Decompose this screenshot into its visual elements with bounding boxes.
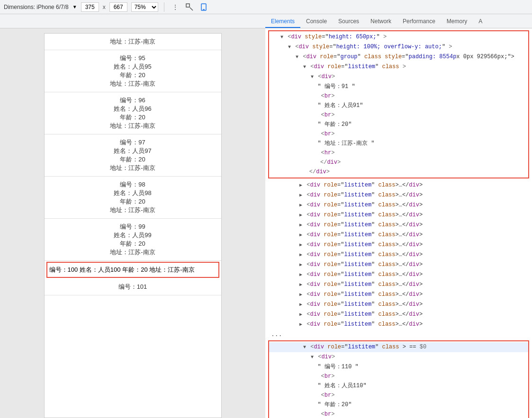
collapsed-items-container: ▶ <div role="listitem" class>…</div>▶ <d… [265,180,532,329]
html-line-br-b2[interactable]: <br> [269,391,528,400]
tab-performance[interactable]: Performance [397,16,441,28]
collapsed-listitem-5[interactable]: ▶ <div role="listitem" class>…</div> [265,230,532,240]
list-item-99: 编号：99 姓名：人员99 年龄：20 地址：江苏-南京 [45,219,221,261]
collapsed-listitem-12[interactable]: ▶ <div role="listitem" class>…</div> [265,300,532,310]
item-95-name: 姓名：人员95 [45,62,221,71]
devtools-elements-panel[interactable]: ▼ <div style="height: 650px;" > ▼ <div s… [265,28,532,418]
collapsed-listitem-4[interactable]: ▶ <div role="listitem" class>…</div> [265,220,532,230]
collapsed-listitem-14[interactable]: ▶ <div role="listitem" class>…</div> [265,320,532,329]
html-line-height-div[interactable]: ▼ <div style="height: 650px;" > [269,32,528,42]
devtools-tabs: Elements Console Sources Network Perform… [0,14,532,28]
tab-memory[interactable]: Memory [441,16,473,28]
html-line-inner-div[interactable]: ▼ <div> [269,72,528,82]
item-98-id: 编号：98 [45,180,221,189]
item-99-name: 姓名：人员99 [45,231,221,240]
item-98-address: 地址：江苏-南京 [45,206,221,214]
ellipsis-line[interactable]: ... [265,329,532,338]
html-line-text-91-addr: " 地址：江苏-南京 " [269,139,528,148]
list-item-95: 编号：95 姓名：人员95 年龄：20 地址：江苏-南京 [45,50,221,92]
html-line-br-b3[interactable]: <br> [269,409,528,418]
item-95-id: 编号：95 [45,54,221,62]
collapsed-listitem-3[interactable]: ▶ <div role="listitem" class>…</div> [265,210,532,220]
html-line-text-110-name: " 姓名：人员110" [269,381,528,391]
collapsed-listitem-11[interactable]: ▶ <div role="listitem" class>…</div> [265,290,532,300]
collapsed-listitem-9[interactable]: ▶ <div role="listitem" class>…</div> [265,270,532,280]
svg-line-1 [190,8,193,10]
tab-elements[interactable]: Elements [265,16,300,28]
address-header-text: 地址：江苏-南京 [110,38,155,45]
item-98-age: 年龄：20 [45,197,221,206]
item-95-address: 地址：江苏-南京 [45,80,221,88]
html-line-selected-listitem[interactable]: ▼ <div role="listitem" class > == $0 [269,342,528,352]
tab-console[interactable]: Console [300,16,333,28]
svg-rect-0 [186,4,189,7]
html-line-br-b1[interactable]: <br> [269,372,528,381]
width-input[interactable] [81,2,99,12]
more-options-button[interactable]: ⋮ [170,2,180,12]
collapsed-listitem-7[interactable]: ▶ <div role="listitem" class>…</div> [265,250,532,260]
device-toggle-button[interactable] [198,2,209,12]
item-97-name: 姓名：人员97 [45,147,221,155]
list-item-100-highlighted: 编号：100 姓名：人员100 年龄：20 地址：江苏-南京 [46,262,219,278]
item-97-age: 年龄：20 [45,155,221,164]
item-100-name: 姓名：人员100 [80,266,121,273]
html-line-text-110-id: " 编号：110 " [269,362,528,372]
item-99-age: 年龄：20 [45,240,221,248]
html-line-br-3[interactable]: <br> [269,129,528,139]
item-101-id: 编号：101 [45,283,221,291]
list-item-98: 编号：98 姓名：人员98 年龄：20 地址：江苏-南京 [45,177,221,219]
html-line-hr[interactable]: <hr> [269,148,528,158]
dollar-sign: $0 [420,344,426,350]
triangle-icon: ▼ [288,44,291,50]
item-97-id: 编号：97 [45,138,221,147]
item-99-address: 地址：江苏-南京 [45,248,221,257]
item-95-age: 年龄：20 [45,71,221,80]
toolbar-separator-1 [164,2,164,12]
main-content: 地址：江苏-南京 编号：95 姓名：人员95 年龄：20 地址：江苏-南京 编号… [0,28,532,418]
collapsed-listitem-6[interactable]: ▶ <div role="listitem" class>…</div> [265,240,532,250]
highlight-block-top: ▼ <div style="height: 650px;" > ▼ <div s… [268,30,529,178]
html-line-overflow-div[interactable]: ▼ <div style="height: 100%; overflow-y: … [269,42,528,52]
item-99-id: 编号：99 [45,222,221,231]
html-line-listitem-91[interactable]: ▼ <div role="listitem" class > [269,62,528,72]
item-96-address: 地址：江苏-南京 [45,122,221,130]
item-96-id: 编号：96 [45,96,221,105]
html-line-br-2[interactable]: <br> [269,110,528,120]
mobile-frame[interactable]: 地址：江苏-南京 编号：95 姓名：人员95 年龄：20 地址：江苏-南京 编号… [44,33,222,418]
collapsed-listitem-2[interactable]: ▶ <div role="listitem" class>…</div> [265,200,532,210]
item-100-address: 地址：江苏-南京 [149,266,194,273]
collapsed-listitem-10[interactable]: ▶ <div role="listitem" class>…</div> [265,280,532,290]
collapsed-listitem-1[interactable]: ▶ <div role="listitem" class>…</div> [265,190,532,200]
html-line-close-inner: </div> [269,158,528,167]
tab-sources[interactable]: Sources [333,16,365,28]
mobile-preview: 地址：江苏-南京 编号：95 姓名：人员95 年龄：20 地址：江苏-南京 编号… [0,28,265,418]
triangle-icon: ▼ [303,345,306,350]
address-header: 地址：江苏-南京 [45,34,221,50]
html-line-group-div[interactable]: ▼ <div role="group" class style="padding… [269,52,528,62]
collapsed-listitem-13[interactable]: ▶ <div role="listitem" class>…</div> [265,310,532,320]
collapsed-listitem-8[interactable]: ▶ <div role="listitem" class>…</div> [265,260,532,270]
html-line-bottom-inner-div[interactable]: ▼ <div> [269,352,528,362]
inspect-button[interactable] [184,2,195,12]
tab-application[interactable]: A [473,16,488,28]
item-98-name: 姓名：人员98 [45,189,221,197]
zoom-select[interactable]: 75% 50% 100% 125% 150% [131,2,158,12]
height-input[interactable] [109,2,127,12]
top-toolbar: Dimensions: iPhone 6/7/8 ▼ x 75% 50% 100… [0,0,532,14]
highlight-block-bottom: ▼ <div role="listitem" class > == $0 ▼ <… [268,340,529,418]
dimensions-label: Dimensions: iPhone 6/7/8 [4,4,69,10]
item-96-name: 姓名：人员96 [45,105,221,113]
collapsed-listitem-0[interactable]: ▶ <div role="listitem" class>…</div> [265,180,532,190]
item-96-age: 年龄：20 [45,113,221,122]
triangle-icon: ▼ [311,74,314,80]
triangle-icon: ▼ [303,64,306,70]
item-97-address: 地址：江苏-南京 [45,164,221,172]
dimension-separator: x [103,4,106,10]
tab-network[interactable]: Network [365,16,397,28]
html-line-br-1[interactable]: <br> [269,91,528,101]
item-100-age: 年龄：20 [122,266,147,273]
dimensions-dropdown-icon[interactable]: ▼ [72,4,77,9]
html-line-text-91-age: " 年龄：20" [269,120,528,129]
item-100-id: 编号：100 [49,266,78,273]
html-line-text-91-id: " 编号：91 " [269,82,528,91]
